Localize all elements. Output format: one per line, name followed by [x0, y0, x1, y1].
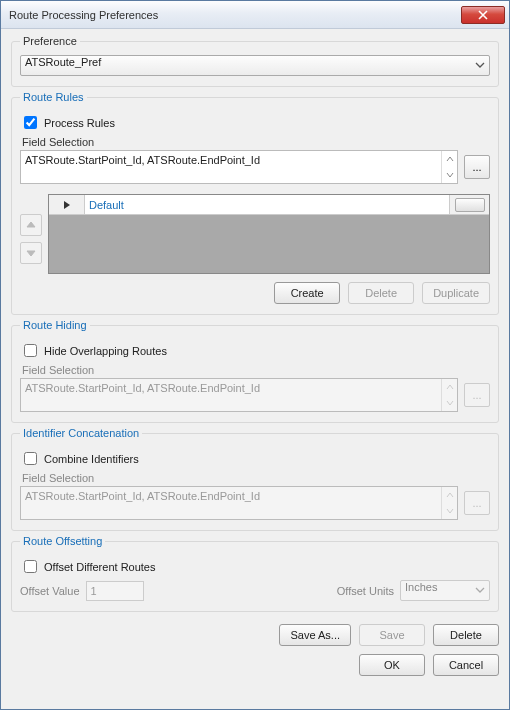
combine-label: Combine Identifiers — [44, 453, 139, 465]
rule-name-cell[interactable]: Default — [85, 195, 449, 215]
rh-field-selection-row: ATSRoute.StartPoint_Id, ATSRoute.EndPoin… — [20, 378, 490, 412]
window-title: Route Processing Preferences — [9, 9, 461, 21]
dialog-button-row: OK Cancel — [11, 654, 499, 676]
offset-units-label: Offset Units — [337, 585, 394, 597]
hide-overlap-row: Hide Overlapping Routes — [20, 341, 490, 360]
preference-group: Preference ATSRoute_Pref — [11, 35, 499, 87]
rh-field-selection-label: Field Selection — [22, 364, 490, 376]
rr-field-selection-label: Field Selection — [22, 136, 490, 148]
combine-row: Combine Identifiers — [20, 449, 490, 468]
offset-units-combo: Inches — [400, 580, 490, 601]
preference-legend: Preference — [20, 35, 80, 47]
route-offsetting-legend: Route Offsetting — [20, 535, 105, 547]
route-hiding-legend: Route Hiding — [20, 319, 90, 331]
rh-spin — [441, 379, 457, 411]
close-button[interactable] — [461, 6, 505, 24]
titlebar: Route Processing Preferences — [1, 1, 509, 29]
ic-spin — [441, 487, 457, 519]
rr-browse-button[interactable]: ... — [464, 155, 490, 179]
ok-button[interactable]: OK — [359, 654, 425, 676]
ic-field-selection-input: ATSRoute.StartPoint_Id, ATSRoute.EndPoin… — [20, 486, 458, 520]
content-area: Preference ATSRoute_Pref Route Rules Pro… — [1, 29, 509, 709]
row-pointer-icon — [63, 200, 71, 210]
move-up-button[interactable] — [20, 214, 42, 236]
cancel-button[interactable]: Cancel — [433, 654, 499, 676]
rr-field-selection-input[interactable]: ATSRoute.StartPoint_Id, ATSRoute.EndPoin… — [20, 150, 458, 184]
rule-mini-button[interactable] — [455, 198, 485, 212]
dialog-window: Route Processing Preferences Preference … — [0, 0, 510, 710]
rules-grid[interactable]: Default — [48, 194, 490, 274]
delete-rule-button[interactable]: Delete — [348, 282, 414, 304]
offset-value-input — [86, 581, 144, 601]
combine-checkbox[interactable] — [24, 452, 37, 465]
close-icon — [478, 10, 488, 20]
rr-spin-down[interactable] — [442, 167, 457, 183]
ic-browse-button: ... — [464, 491, 490, 515]
rules-grid-area: Default — [20, 194, 490, 274]
hide-overlap-label: Hide Overlapping Routes — [44, 345, 167, 357]
offset-values-row: Offset Value Offset Units Inches — [20, 580, 490, 601]
rr-spin — [441, 151, 457, 183]
offset-units-value: Inches — [400, 580, 490, 601]
save-button[interactable]: Save — [359, 624, 425, 646]
route-hiding-group: Route Hiding Hide Overlapping Routes Fie… — [11, 319, 499, 423]
row-selector[interactable] — [49, 195, 85, 215]
process-rules-row: Process Rules — [20, 113, 490, 132]
rule-action-cell[interactable] — [449, 195, 489, 215]
move-down-button[interactable] — [20, 242, 42, 264]
identifier-concat-group: Identifier Concatenation Combine Identif… — [11, 427, 499, 531]
rh-browse-button: ... — [464, 383, 490, 407]
save-as-button[interactable]: Save As... — [279, 624, 351, 646]
preference-value: ATSRoute_Pref — [20, 55, 490, 76]
ellipsis-icon: ... — [472, 161, 481, 173]
offset-value-label: Offset Value — [20, 585, 80, 597]
save-button-row: Save As... Save Delete — [11, 624, 499, 646]
ic-field-selection-row: ATSRoute.StartPoint_Id, ATSRoute.EndPoin… — [20, 486, 490, 520]
hide-overlap-checkbox[interactable] — [24, 344, 37, 357]
offset-diff-row: Offset Different Routes — [20, 557, 490, 576]
rh-spin-up — [442, 379, 457, 395]
preference-combo[interactable]: ATSRoute_Pref — [20, 55, 490, 76]
identifier-concat-legend: Identifier Concatenation — [20, 427, 142, 439]
delete-pref-button[interactable]: Delete — [433, 624, 499, 646]
rr-button-row: Create Delete Duplicate — [20, 282, 490, 304]
ic-field-selection-label: Field Selection — [22, 472, 490, 484]
ic-field-selection-text: ATSRoute.StartPoint_Id, ATSRoute.EndPoin… — [21, 487, 441, 519]
route-rules-group: Route Rules Process Rules Field Selectio… — [11, 91, 499, 315]
duplicate-button[interactable]: Duplicate — [422, 282, 490, 304]
table-row[interactable]: Default — [49, 195, 489, 215]
route-rules-legend: Route Rules — [20, 91, 87, 103]
reorder-buttons — [20, 194, 42, 274]
process-rules-checkbox[interactable] — [24, 116, 37, 129]
create-button[interactable]: Create — [274, 282, 340, 304]
offset-diff-checkbox[interactable] — [24, 560, 37, 573]
rh-field-selection-input: ATSRoute.StartPoint_Id, ATSRoute.EndPoin… — [20, 378, 458, 412]
route-offsetting-group: Route Offsetting Offset Different Routes… — [11, 535, 499, 612]
process-rules-label: Process Rules — [44, 117, 115, 129]
rr-field-selection-row: ATSRoute.StartPoint_Id, ATSRoute.EndPoin… — [20, 150, 490, 184]
rh-spin-down — [442, 395, 457, 411]
rr-spin-up[interactable] — [442, 151, 457, 167]
rr-field-selection-text: ATSRoute.StartPoint_Id, ATSRoute.EndPoin… — [21, 151, 441, 183]
offset-diff-label: Offset Different Routes — [44, 561, 155, 573]
ellipsis-icon: ... — [472, 497, 481, 509]
ic-spin-up — [442, 487, 457, 503]
rh-field-selection-text: ATSRoute.StartPoint_Id, ATSRoute.EndPoin… — [21, 379, 441, 411]
ic-spin-down — [442, 503, 457, 519]
ellipsis-icon: ... — [472, 389, 481, 401]
